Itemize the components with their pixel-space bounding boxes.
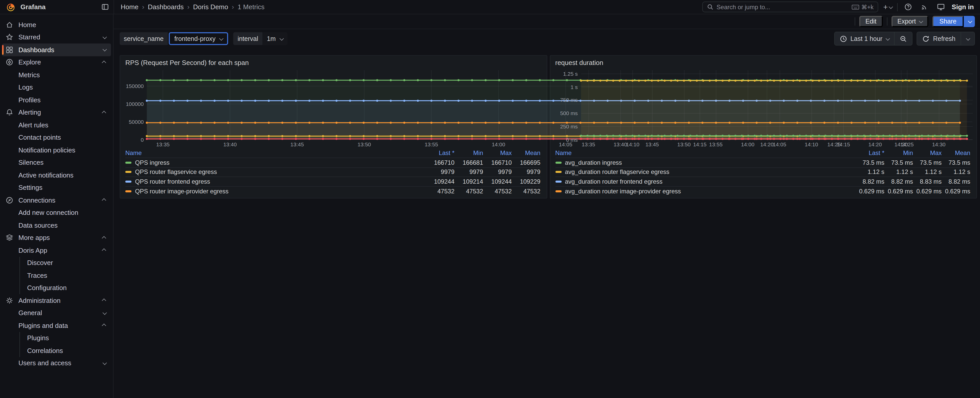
add-menu-button[interactable]: +	[883, 3, 892, 11]
sidebar-toggle-icon[interactable]	[99, 1, 110, 13]
breadcrumb-item-doris-demo[interactable]: Doris Demo	[193, 3, 228, 11]
sidebar-item-metrics[interactable]: Metrics	[2, 68, 111, 81]
variable-label: service_name	[120, 32, 168, 45]
breadcrumb-separator: ›	[232, 3, 234, 11]
sidebar-item-traces[interactable]: Traces	[19, 269, 111, 282]
sidebar-item-alert-rules[interactable]: Alert rules	[2, 119, 111, 131]
legend-series-name[interactable]: QPS ingress	[125, 159, 426, 166]
series-color-swatch	[555, 162, 562, 164]
legend-column-max[interactable]: Max	[913, 150, 942, 157]
sidebar-item-explore[interactable]: Explore	[2, 56, 111, 68]
chevron-up-icon[interactable]	[102, 60, 106, 65]
sidebar-item-contact-points[interactable]: Contact points	[2, 131, 111, 144]
chevron-down-icon	[220, 36, 224, 40]
help-icon[interactable]	[902, 1, 914, 13]
sidebar-item-more-apps[interactable]: More apps	[2, 231, 111, 244]
legend-series-name[interactable]: QPS router image-provider egress	[125, 188, 426, 195]
sidebar-item-data-sources[interactable]: Data sources	[2, 219, 111, 231]
sidebar-item-profiles[interactable]: Profiles	[2, 94, 111, 106]
legend-column-name[interactable]: Name	[555, 150, 856, 157]
sidebar-item-notification-policies[interactable]: Notification policies	[2, 144, 111, 156]
legend-column-mean[interactable]: Mean	[942, 150, 970, 157]
chevron-down-icon[interactable]	[103, 361, 107, 365]
legend-column-last[interactable]: Last *	[426, 150, 455, 157]
sidebar-item-home[interactable]: Home	[2, 18, 111, 31]
legend-stat-last: 109244	[426, 178, 455, 185]
chart-plot[interactable]	[147, 70, 542, 139]
legend-column-min[interactable]: Min	[885, 150, 913, 157]
refresh-interval-caret[interactable]	[961, 32, 974, 45]
sidebar-item-silences[interactable]: Silences	[2, 156, 111, 169]
x-tick-label: 14:30	[932, 141, 946, 147]
sidebar-item-logs[interactable]: Logs	[2, 81, 111, 94]
legend-column-max[interactable]: Max	[483, 150, 512, 157]
sidebar-item-label: Home	[18, 21, 36, 29]
sidebar-item-discover[interactable]: Discover	[19, 256, 111, 269]
share-button[interactable]: Share	[932, 16, 964, 27]
x-tick-label: 13:50	[358, 141, 371, 147]
sidebar-item-label: Add new connection	[18, 209, 78, 217]
sidebar-item-label: Doris App	[18, 247, 47, 254]
refresh-button[interactable]: Refresh	[917, 32, 961, 45]
edit-button[interactable]: Edit	[859, 16, 883, 27]
chevron-down-icon[interactable]	[103, 310, 107, 315]
chevron-down-icon[interactable]	[103, 47, 107, 52]
time-range-picker[interactable]: Last 1 hour	[834, 32, 894, 45]
sidebar-item-plugins[interactable]: Plugins	[19, 332, 111, 344]
sidebar-item-administration[interactable]: Administration	[2, 294, 111, 307]
sidebar-item-general[interactable]: General	[2, 307, 111, 319]
chevron-down-icon	[886, 36, 890, 40]
chevron-up-icon[interactable]	[102, 323, 106, 328]
legend-stat-max: 0.629 ms	[913, 188, 942, 195]
kiosk-monitor-icon[interactable]	[935, 1, 947, 13]
share-caret-button[interactable]	[964, 16, 975, 27]
variable-value-dropdown[interactable]: frontend-proxy	[169, 32, 228, 45]
series-color-swatch	[555, 171, 562, 173]
breadcrumb-item-dashboards[interactable]: Dashboards	[148, 3, 184, 11]
sidebar-item-correlations[interactable]: Correlations	[19, 344, 111, 357]
gear-icon	[5, 296, 13, 305]
sidebar-item-configuration[interactable]: Configuration	[19, 282, 111, 294]
chevron-up-icon[interactable]	[102, 248, 106, 253]
sidebar-item-label: Starred	[18, 33, 40, 41]
legend-series-name[interactable]: avg_duration ingress	[555, 159, 856, 166]
chevron-up-icon[interactable]	[102, 298, 106, 303]
breadcrumb-item-1-metrics[interactable]: 1 Metrics	[238, 3, 264, 11]
sidebar-item-plugins-and-data[interactable]: Plugins and data	[2, 319, 111, 332]
chevron-up-icon[interactable]	[102, 198, 106, 202]
sidebar-item-alerting[interactable]: Alerting	[2, 106, 111, 119]
legend-series-name[interactable]: QPS router flagservice egress	[125, 169, 426, 176]
grafana-logo-icon[interactable]	[5, 1, 16, 13]
chevron-up-icon[interactable]	[102, 110, 106, 115]
export-button[interactable]: Export	[891, 16, 928, 27]
sidebar-item-starred[interactable]: Starred	[2, 31, 111, 43]
sign-in-button[interactable]: Sign in	[951, 3, 974, 11]
sidebar-item-doris-app[interactable]: Doris App	[2, 244, 111, 256]
legend-column-mean[interactable]: Mean	[512, 150, 540, 157]
legend-series-name[interactable]: avg_duration router image-provider egres…	[555, 188, 856, 195]
chevron-down-icon[interactable]	[103, 35, 107, 39]
panel-title[interactable]: RPS (Request Per Second) for each span	[123, 59, 542, 70]
legend-series-name[interactable]: QPS router frontend egress	[125, 178, 426, 185]
sidebar-item-connections[interactable]: Connections	[2, 194, 111, 206]
divider	[897, 3, 897, 11]
legend-column-name[interactable]: Name	[125, 150, 426, 157]
sidebar-item-active-notifications[interactable]: Active notifications	[2, 169, 111, 181]
legend-column-min[interactable]: Min	[455, 150, 483, 157]
chevron-up-icon[interactable]	[102, 236, 106, 240]
news-icon[interactable]	[919, 1, 930, 13]
sidebar-item-add-new-connection[interactable]: Add new connection	[2, 206, 111, 219]
breadcrumb-item-home[interactable]: Home	[121, 3, 138, 11]
sidebar-item-settings[interactable]: Settings	[2, 181, 111, 194]
legend-series-name[interactable]: avg_duration router flagservice egress	[555, 169, 856, 176]
sidebar-item-dashboards[interactable]: Dashboards	[2, 43, 111, 56]
panel-title[interactable]: request duration	[553, 59, 972, 70]
variable-value-dropdown[interactable]: 1m	[262, 32, 288, 45]
legend-column-last[interactable]: Last *	[856, 150, 885, 157]
search-input[interactable]: Search or jump to... ⌘+k	[702, 2, 878, 12]
zoom-out-button[interactable]	[894, 32, 912, 45]
legend-series-name[interactable]: avg_duration router frontend egress	[555, 178, 856, 185]
chart-plot[interactable]	[581, 70, 972, 139]
sidebar-item-users-and-access[interactable]: Users and access	[2, 357, 111, 369]
x-tick-label: 13:40	[614, 141, 627, 147]
